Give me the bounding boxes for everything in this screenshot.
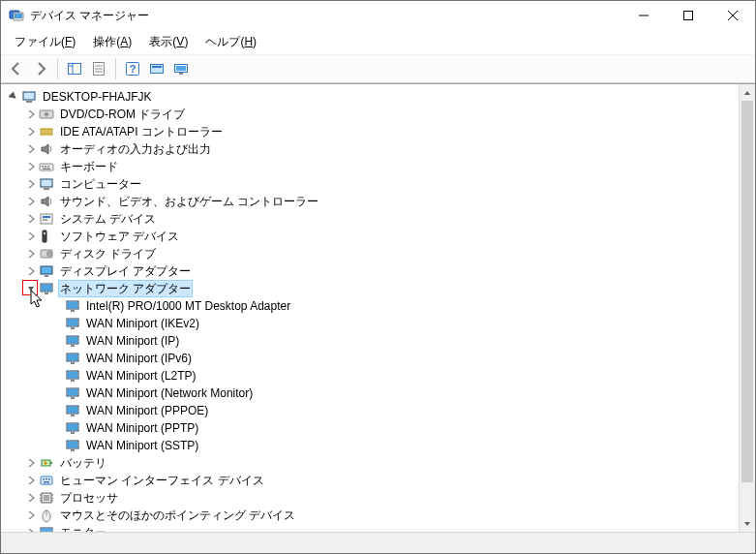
expander-closed-icon[interactable] [24,526,38,532]
expander-closed-icon[interactable] [24,230,38,243]
system-icon [39,211,54,227]
tree-leaf-label: WAN Miniport (L2TP) [84,367,198,385]
content-area: DESKTOP-FHAJFJK DVD/CD-ROM ドライブIDE ATA/A… [1,83,755,532]
device-tree[interactable]: DESKTOP-FHAJFJK DVD/CD-ROM ドライブIDE ATA/A… [1,84,739,532]
tree-node[interactable]: IDE ATA/ATAPI コントローラー [1,123,739,140]
tree-node-label: マウスとそのほかのポインティング デバイス [58,507,297,524]
tree-node[interactable]: マウスとそのほかのポインティング デバイス [1,507,739,524]
tree-node[interactable]: システム デバイス [1,210,739,228]
expander-closed-icon[interactable] [24,160,38,173]
tree-leaf[interactable]: Intel(R) PRO/1000 MT Desktop Adapter [1,297,739,315]
tree-leaf[interactable]: WAN Miniport (L2TP) [1,367,739,385]
monitor-devices-icon [173,61,189,77]
svg-rect-63 [71,362,75,364]
expander-open-icon[interactable] [7,90,20,104]
scroll-down-button[interactable] [740,515,755,532]
tree-node-label: DVD/CD-ROM ドライブ [58,106,187,123]
expander-closed-icon[interactable] [24,212,38,226]
svg-rect-68 [68,389,77,395]
tree-leaf[interactable]: WAN Miniport (SSTP) [1,437,739,454]
svg-point-46 [48,253,49,254]
tree-leaf[interactable]: WAN Miniport (PPTP) [1,419,739,437]
window-controls [621,1,755,30]
show-hidden-devices-button[interactable] [169,57,193,80]
tree-node-label: プロセッサ [58,489,120,507]
tree-leaf-label: WAN Miniport (PPTP) [84,419,200,437]
svg-rect-69 [71,397,75,399]
expander-closed-icon[interactable] [24,247,38,261]
scroll-track[interactable] [740,101,755,515]
network-adapter-icon [65,438,80,453]
tree-leaf[interactable]: WAN Miniport (Network Monitor) [1,385,739,402]
tree-node[interactable]: オーディオの入力および出力 [1,140,739,158]
expander-open-icon[interactable] [24,282,38,295]
help-button[interactable]: ? [121,57,144,80]
tree-leaf[interactable]: WAN Miniport (IP) [1,332,739,350]
svg-rect-85 [44,481,49,483]
show-hide-console-tree-button[interactable] [63,57,86,80]
tree-node[interactable]: プロセッサ [1,489,739,507]
expander-closed-icon[interactable] [24,142,38,156]
expander-closed-icon[interactable] [24,474,38,487]
tree-node[interactable]: ネットワーク アダプター [1,280,739,297]
minimize-button[interactable] [621,1,666,30]
hid-icon [39,473,54,488]
svg-rect-80 [50,462,52,464]
audio-icon [39,194,54,209]
network-adapter-icon [65,351,80,366]
tree-leaf[interactable]: WAN Miniport (IKEv2) [1,315,739,332]
svg-rect-82 [43,478,45,480]
expander-closed-icon[interactable] [24,264,38,278]
expander-closed-icon[interactable] [24,125,38,138]
scan-hardware-button[interactable] [145,57,168,80]
expander-closed-icon[interactable] [24,177,38,191]
svg-rect-50 [42,285,51,291]
svg-rect-41 [43,219,47,221]
svg-text:?: ? [130,63,136,75]
tree-node[interactable]: DVD/CD-ROM ドライブ [1,106,739,123]
tree-leaf-label: WAN Miniport (Network Monitor) [84,385,255,402]
tree-node[interactable]: ディスク ドライブ [1,245,739,262]
tree-node[interactable]: キーボード [1,158,739,175]
menu-file[interactable]: ファイル(F) [7,32,83,52]
tree-leaf[interactable]: WAN Miniport (IPv6) [1,350,739,367]
tree-node[interactable]: サウンド、ビデオ、およびゲーム コントローラー [1,193,739,210]
svg-rect-75 [71,432,75,434]
maximize-button[interactable] [666,1,711,30]
expander-closed-icon[interactable] [24,195,38,208]
network-adapter-icon [65,298,80,314]
expander-closed-icon[interactable] [24,456,38,470]
keyboard-icon [39,159,54,174]
nav-forward-button[interactable] [29,57,52,80]
scroll-up-button[interactable] [740,84,755,101]
properties-button[interactable] [87,57,110,80]
tree-node[interactable]: コンピューター [1,175,739,193]
tree-node[interactable]: バッテリ [1,454,739,472]
tree-leaf-label: WAN Miniport (PPPOE) [84,402,210,419]
tree-node[interactable]: モニター [1,524,739,532]
tree-root[interactable]: DESKTOP-FHAJFJK [1,88,739,106]
expander-closed-icon[interactable] [24,491,38,505]
tree-node-label: モニター [58,524,108,532]
svg-rect-33 [42,166,44,168]
tree-node[interactable]: ソフトウェア デバイス [1,228,739,245]
tree-leaf-label: WAN Miniport (SSTP) [84,437,200,454]
tree-node[interactable]: ディスプレイ アダプター [1,262,739,280]
svg-rect-83 [45,478,47,480]
tree-node[interactable]: ヒューマン インターフェイス デバイス [1,472,739,489]
expander-closed-icon[interactable] [24,508,38,522]
svg-rect-84 [48,478,50,480]
menu-help[interactable]: ヘルプ(H) [197,32,264,52]
tree-leaf[interactable]: WAN Miniport (PPPOE) [1,402,739,419]
tree-leaf-label: WAN Miniport (IKEv2) [84,315,201,332]
mouse-icon [39,508,54,523]
menu-view[interactable]: 表示(V) [141,32,196,52]
scroll-thumb[interactable] [741,101,753,482]
svg-rect-43 [44,232,45,234]
menu-action[interactable]: 操作(A) [85,32,139,52]
svg-rect-81 [41,477,52,484]
close-button[interactable] [711,1,755,30]
vertical-scrollbar[interactable] [739,84,755,532]
nav-back-button[interactable] [5,57,28,80]
expander-closed-icon[interactable] [24,108,38,121]
